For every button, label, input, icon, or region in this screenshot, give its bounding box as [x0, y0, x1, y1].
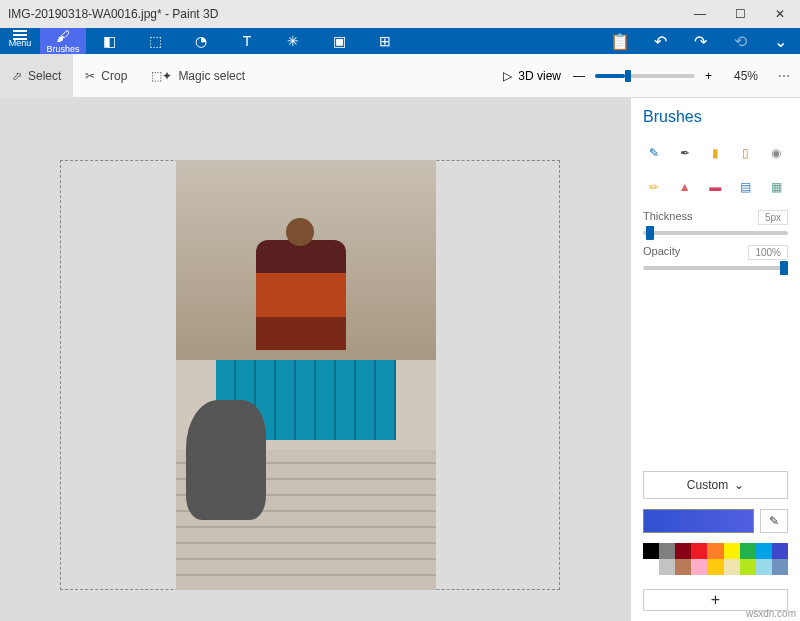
zoom-thumb[interactable]	[625, 70, 631, 82]
redo-button[interactable]: ↷	[680, 28, 720, 54]
current-color[interactable]	[643, 509, 754, 533]
magic-icon: ⬚✦	[151, 69, 172, 83]
minimize-button[interactable]: —	[680, 0, 720, 28]
undo-button[interactable]: ↶	[640, 28, 680, 54]
pixel-icon: ◉	[771, 146, 781, 160]
brush-spray[interactable]: ▤	[735, 174, 757, 200]
palette-color-13[interactable]	[707, 559, 723, 575]
palette-color-8[interactable]	[772, 543, 788, 559]
canvas-icon: ▣	[333, 33, 346, 49]
titlebar: IMG-20190318-WA0016.jpg* - Paint 3D — ☐ …	[0, 0, 800, 28]
zoom-out-button[interactable]: —	[573, 69, 585, 83]
canvas-image[interactable]	[176, 160, 436, 590]
opacity-slider[interactable]	[643, 266, 788, 270]
palette-color-3[interactable]	[691, 543, 707, 559]
close-button[interactable]: ✕	[760, 0, 800, 28]
zoom-in-button[interactable]: +	[705, 69, 712, 83]
brush-pencil[interactable]: ✏	[643, 174, 665, 200]
redo-icon: ↷	[694, 32, 707, 51]
select-label: Select	[28, 69, 61, 83]
palette-color-2[interactable]	[675, 543, 691, 559]
thickness-slider[interactable]	[643, 231, 788, 235]
crop-button[interactable]: ✂ Crop	[73, 54, 139, 97]
menu-button[interactable]: Menu	[0, 28, 40, 54]
image-top-half	[176, 160, 436, 360]
flag-icon: ▷	[503, 69, 512, 83]
brush-grid: ✎ ✒ ▮ ▯ ◉ ✏ ▲ ▬ ▤ ▦	[643, 140, 788, 200]
select-button[interactable]: ⬀ Select	[0, 54, 73, 97]
shapes2d-tab[interactable]: ◧	[86, 28, 132, 54]
palette-color-7[interactable]	[756, 543, 772, 559]
watermark: wsxdn.com	[746, 608, 796, 619]
calligraphy-icon: ✒	[680, 146, 690, 160]
cursor-icon: ⬀	[12, 69, 22, 83]
brush-pixel[interactable]: ◉	[765, 140, 787, 166]
oil-icon: ▮	[712, 146, 719, 160]
material-label: Custom	[687, 478, 728, 492]
palette-color-12[interactable]	[691, 559, 707, 575]
zoom-slider[interactable]	[595, 74, 695, 78]
eraser-icon: ▲	[679, 180, 691, 194]
magic-label: Magic select	[178, 69, 245, 83]
thickness-prop: Thickness 5px	[643, 210, 788, 235]
opacity-thumb[interactable]	[780, 261, 788, 275]
history-button[interactable]: ⟲	[720, 28, 760, 54]
history-icon: ⟲	[734, 32, 747, 51]
brushes-label: Brushes	[46, 44, 79, 54]
brush-watercolor[interactable]: ▯	[735, 140, 757, 166]
shapes3d-tab[interactable]: ⬚	[132, 28, 178, 54]
expand-button[interactable]: ⌄	[760, 28, 800, 54]
canvas-area[interactable]	[0, 98, 630, 621]
text-tab[interactable]: T	[224, 28, 270, 54]
palette-color-10[interactable]	[659, 559, 675, 575]
panel-title: Brushes	[643, 108, 788, 126]
opacity-label: Opacity	[643, 245, 680, 260]
3d-view-button[interactable]: ▷ 3D view	[491, 69, 573, 83]
palette-color-0[interactable]	[643, 543, 659, 559]
brush-fill[interactable]: ▦	[765, 174, 787, 200]
image-figure	[256, 240, 346, 350]
pencil-icon: ✏	[649, 180, 659, 194]
palette-color-4[interactable]	[707, 543, 723, 559]
paste-button[interactable]: 📋	[600, 28, 640, 54]
library-tab[interactable]: ⊞	[362, 28, 408, 54]
thickness-value[interactable]: 5px	[758, 210, 788, 225]
palette-color-11[interactable]	[675, 559, 691, 575]
shapes3d-icon: ⬚	[149, 33, 162, 49]
stickers-icon: ◔	[195, 33, 207, 49]
effects-tab[interactable]: ✳	[270, 28, 316, 54]
opacity-value[interactable]: 100%	[748, 245, 788, 260]
3d-view-label: 3D view	[518, 69, 561, 83]
palette-color-14[interactable]	[724, 559, 740, 575]
chevron-down-icon: ⌄	[774, 32, 787, 51]
palette-color-5[interactable]	[724, 543, 740, 559]
brush-crayon[interactable]: ▬	[704, 174, 726, 200]
palette-color-17[interactable]	[772, 559, 788, 575]
brush-oil[interactable]: ▮	[704, 140, 726, 166]
opacity-prop: Opacity 100%	[643, 245, 788, 270]
crop-label: Crop	[101, 69, 127, 83]
marker-icon: ✎	[649, 146, 659, 160]
eyedropper-button[interactable]: ✎	[760, 509, 788, 533]
palette-color-6[interactable]	[740, 543, 756, 559]
brush-calligraphy[interactable]: ✒	[674, 140, 696, 166]
crayon-icon: ▬	[709, 180, 721, 194]
brushes-tab[interactable]: 🖌 Brushes	[40, 28, 86, 54]
brush-marker[interactable]: ✎	[643, 140, 665, 166]
palette-color-9[interactable]	[643, 559, 659, 575]
magic-select-button[interactable]: ⬚✦ Magic select	[139, 54, 257, 97]
stickers-tab[interactable]: ◔	[178, 28, 224, 54]
maximize-button[interactable]: ☐	[720, 0, 760, 28]
side-panel: Brushes ✎ ✒ ▮ ▯ ◉ ✏ ▲ ▬ ▤ ▦ Thickness 5p…	[630, 98, 800, 621]
canvas-tab[interactable]: ▣	[316, 28, 362, 54]
material-select[interactable]: Custom ⌄	[643, 471, 788, 499]
palette-color-1[interactable]	[659, 543, 675, 559]
thickness-thumb[interactable]	[646, 226, 654, 240]
hamburger-icon	[13, 34, 27, 36]
more-button[interactable]: ⋯	[768, 69, 800, 83]
brush-eraser[interactable]: ▲	[674, 174, 696, 200]
palette-color-15[interactable]	[740, 559, 756, 575]
palette-color-16[interactable]	[756, 559, 772, 575]
window-buttons: — ☐ ✕	[680, 0, 800, 28]
watercolor-icon: ▯	[742, 146, 749, 160]
